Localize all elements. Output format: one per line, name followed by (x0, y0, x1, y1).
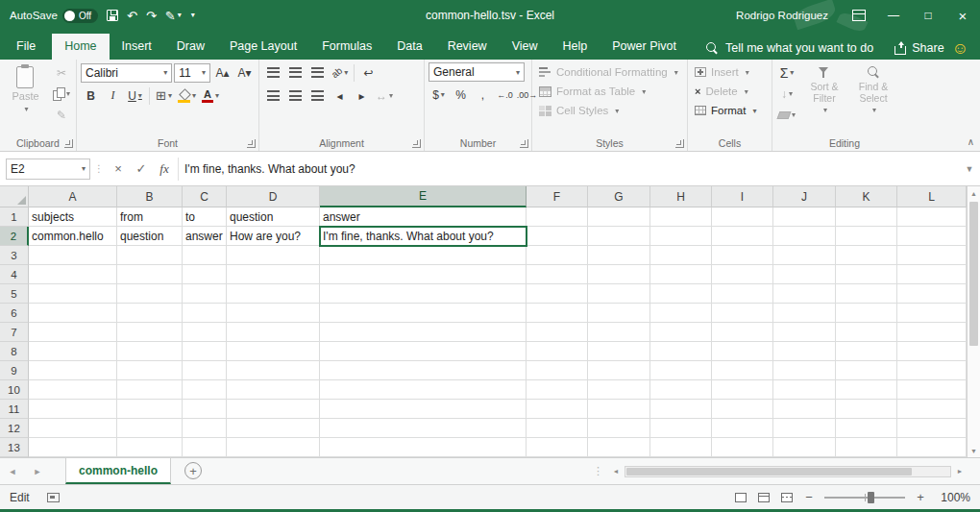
cell-H6[interactable] (650, 304, 712, 323)
scroll-right-button[interactable]: ► (953, 465, 967, 478)
cell-K8[interactable] (836, 342, 897, 361)
cell-H2[interactable] (650, 227, 712, 246)
row-header-11[interactable]: 11 (0, 400, 29, 419)
column-header-H[interactable]: H (650, 186, 712, 207)
feedback-smiley-button[interactable]: ☺ (952, 40, 968, 57)
cell-D3[interactable] (227, 246, 320, 265)
cell-K7[interactable] (836, 323, 897, 342)
tab-file[interactable]: File (0, 34, 52, 60)
cell-G3[interactable] (588, 246, 650, 265)
zoom-slider-handle[interactable] (868, 492, 874, 503)
formula-input[interactable]: I'm fine, thanks. What about you? (178, 158, 957, 181)
cell-styles-button[interactable]: Cell Styles ▾ (536, 101, 683, 120)
merge-center-button[interactable]: ↔▾ (374, 85, 395, 106)
cell-D6[interactable] (227, 304, 320, 323)
cell-B5[interactable] (117, 284, 183, 304)
cell-G10[interactable] (588, 380, 650, 400)
italic-button[interactable]: I (103, 85, 123, 106)
center-button[interactable] (285, 85, 306, 106)
column-header-I[interactable]: I (712, 186, 773, 207)
cell-L10[interactable] (897, 380, 967, 400)
cell-J3[interactable] (773, 246, 836, 265)
font-name-select[interactable]: Calibri▾ (81, 63, 172, 83)
cell-E1[interactable]: answer (320, 207, 527, 227)
cell-L9[interactable] (897, 361, 967, 380)
cell-H11[interactable] (650, 400, 712, 419)
cell-E13[interactable] (320, 438, 527, 457)
cell-C9[interactable] (183, 361, 227, 380)
cell-D11[interactable] (227, 400, 320, 419)
redo-button[interactable]: ↷ (146, 10, 157, 22)
insert-function-button[interactable]: fx (155, 159, 174, 179)
column-header-F[interactable]: F (527, 186, 588, 207)
cell-K10[interactable] (836, 380, 897, 400)
cell-F9[interactable] (527, 361, 588, 380)
select-all-corner[interactable] (0, 186, 29, 207)
cell-J4[interactable] (773, 265, 836, 284)
tab-home[interactable]: Home (52, 34, 109, 60)
cell-C13[interactable] (183, 438, 227, 457)
orientation-button[interactable]: ab▾ (330, 62, 350, 83)
collapse-ribbon-button[interactable]: ∧ (968, 136, 974, 147)
cell-D8[interactable] (227, 342, 320, 361)
cell-B11[interactable] (117, 400, 183, 419)
cell-K4[interactable] (836, 265, 897, 284)
alignment-dialog-launcher[interactable] (412, 139, 421, 148)
cell-B9[interactable] (117, 361, 183, 380)
cell-A7[interactable] (29, 323, 117, 342)
column-header-K[interactable]: K (836, 186, 897, 207)
close-button[interactable]: × (945, 0, 980, 31)
format-cells-button[interactable]: Format ▾ (692, 101, 768, 120)
cell-F13[interactable] (527, 438, 588, 457)
cell-H9[interactable] (650, 361, 712, 380)
cell-C11[interactable] (183, 400, 227, 419)
cell-A9[interactable] (29, 361, 117, 380)
format-painter-button[interactable]: ✎ (51, 105, 72, 125)
scroll-left-button[interactable]: ◄ (609, 465, 623, 478)
cell-D10[interactable] (227, 380, 320, 400)
top-align-button[interactable] (263, 62, 283, 83)
sheetbar-resize-handle[interactable]: ⋮ (587, 458, 609, 484)
cell-K5[interactable] (836, 284, 897, 304)
scroll-down-button[interactable]: ▼ (968, 444, 980, 457)
cell-J10[interactable] (773, 380, 836, 400)
cell-A13[interactable] (29, 438, 117, 457)
copy-button[interactable]: ▾ (51, 84, 72, 104)
cell-A3[interactable] (29, 246, 117, 265)
horizontal-scrollbar[interactable]: ◄ ► (609, 458, 967, 484)
cell-B2[interactable]: question (117, 227, 183, 246)
accounting-format-button[interactable]: $▾ (429, 85, 449, 105)
cell-E11[interactable] (320, 400, 527, 419)
customize-qat-button[interactable]: ▾ (191, 12, 195, 19)
expand-formula-bar-button[interactable]: ▼ (961, 164, 978, 174)
cell-F8[interactable] (527, 342, 588, 361)
cell-A6[interactable] (29, 304, 117, 323)
cell-L12[interactable] (897, 419, 967, 438)
normal-view-button[interactable] (733, 492, 747, 503)
cell-I7[interactable] (712, 323, 773, 342)
cell-L8[interactable] (897, 342, 967, 361)
sheet-tab-common-hello[interactable]: common-hello (65, 458, 171, 484)
cell-G8[interactable] (588, 342, 650, 361)
cell-I13[interactable] (712, 438, 773, 457)
cell-A5[interactable] (29, 284, 117, 304)
clipboard-dialog-launcher[interactable] (64, 139, 73, 148)
cell-C4[interactable] (183, 265, 227, 284)
cell-H12[interactable] (650, 419, 712, 438)
hscroll-thumb[interactable] (626, 468, 912, 475)
cancel-button[interactable]: × (109, 159, 128, 179)
cell-G1[interactable] (588, 207, 650, 227)
cell-B13[interactable] (117, 438, 183, 457)
cell-K12[interactable] (836, 419, 897, 438)
add-sheet-button[interactable]: + (184, 462, 202, 479)
cell-B3[interactable] (117, 246, 183, 265)
cell-B1[interactable]: from (117, 207, 183, 227)
cell-K6[interactable] (836, 304, 897, 323)
sheet-nav-left-button[interactable]: ◄ (0, 458, 25, 484)
cell-D9[interactable] (227, 361, 320, 380)
cell-A8[interactable] (29, 342, 117, 361)
column-header-D[interactable]: D (227, 186, 320, 207)
percent-style-button[interactable]: % (451, 85, 471, 105)
row-header-6[interactable]: 6 (0, 304, 29, 323)
fill-color-button[interactable]: ▾ (176, 85, 198, 106)
